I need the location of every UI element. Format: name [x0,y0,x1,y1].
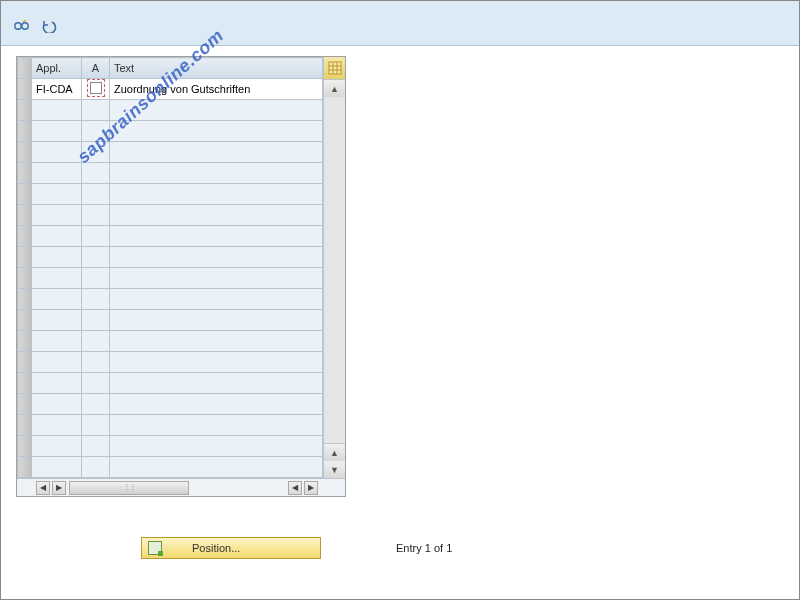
cell-text[interactable] [110,184,323,205]
hscroll-left-icon[interactable]: ◀ [36,481,50,495]
hscroll-left2-icon[interactable]: ◀ [288,481,302,495]
row-selector[interactable] [18,163,32,184]
cell-text[interactable] [110,310,323,331]
undo-icon[interactable] [40,19,64,31]
display-detail-icon[interactable] [13,19,40,31]
cell-appl[interactable] [32,457,82,478]
cell-text[interactable] [110,373,323,394]
row-selector[interactable] [18,205,32,226]
cell-a[interactable] [82,142,110,163]
scroll-up-icon[interactable]: ▲ [324,80,345,97]
cell-a[interactable] [82,415,110,436]
row-selector[interactable] [18,100,32,121]
cell-text[interactable] [110,142,323,163]
cell-appl[interactable] [32,352,82,373]
cell-text[interactable] [110,247,323,268]
cell-appl[interactable] [32,205,82,226]
cell-text[interactable] [110,205,323,226]
cell-text[interactable] [110,121,323,142]
cell-a[interactable] [82,310,110,331]
cell-a[interactable] [82,205,110,226]
cell-text[interactable] [110,415,323,436]
cell-appl[interactable] [32,268,82,289]
cell-text[interactable] [110,394,323,415]
cell-a[interactable] [82,184,110,205]
row-selector[interactable] [18,436,32,457]
cell-text[interactable] [110,163,323,184]
cell-appl[interactable] [32,331,82,352]
cell-text[interactable] [110,352,323,373]
cell-appl[interactable] [32,289,82,310]
row-selector[interactable] [18,310,32,331]
cell-text[interactable] [110,268,323,289]
row-selector[interactable] [18,331,32,352]
cell-a[interactable] [82,457,110,478]
cell-appl[interactable] [32,310,82,331]
row-selector[interactable] [18,79,32,100]
cell-text[interactable] [110,100,323,121]
cell-text[interactable] [110,331,323,352]
table-row[interactable]: FI-CDAZuordnung von Gutschriften [18,79,323,100]
cell-appl[interactable] [32,415,82,436]
cell-a[interactable] [82,331,110,352]
cell-a[interactable] [82,226,110,247]
horizontal-scrollbar: ◀ ▶ ◀ ▶ [17,478,345,496]
cell-a[interactable] [82,100,110,121]
cell-a[interactable] [82,436,110,457]
data-grid: Appl. A Text FI-CDAZuordnung von Gutschr… [16,56,346,497]
cell-a[interactable] [82,394,110,415]
table-row [18,289,323,310]
scroll-down-icon[interactable]: ▼ [324,461,345,478]
row-selector[interactable] [18,352,32,373]
row-selector[interactable] [18,373,32,394]
vertical-scrollbar[interactable] [324,97,345,444]
column-header-appl[interactable]: Appl. [32,58,82,79]
cell-appl[interactable] [32,163,82,184]
cell-appl[interactable] [32,184,82,205]
cell-a[interactable] [82,79,110,100]
hscroll-right-icon[interactable]: ▶ [52,481,66,495]
row-selector[interactable] [18,142,32,163]
row-selector[interactable] [18,268,32,289]
row-selector[interactable] [18,226,32,247]
cell-text[interactable] [110,457,323,478]
cell-a[interactable] [82,247,110,268]
row-selector[interactable] [18,289,32,310]
cell-a[interactable] [82,268,110,289]
row-selector[interactable] [18,121,32,142]
cell-appl[interactable] [32,142,82,163]
entry-counter: Entry 1 of 1 [396,542,452,554]
cell-text[interactable] [110,436,323,457]
cell-appl[interactable] [32,100,82,121]
table-settings-button[interactable] [324,57,345,80]
cell-a[interactable] [82,121,110,142]
checkbox-icon[interactable] [90,82,102,94]
svg-point-0 [15,23,21,29]
row-selector[interactable] [18,184,32,205]
cell-a[interactable] [82,373,110,394]
cell-appl[interactable] [32,121,82,142]
cell-a[interactable] [82,352,110,373]
cell-text[interactable] [110,226,323,247]
cell-text[interactable] [110,289,323,310]
cell-appl[interactable] [32,394,82,415]
column-header-text[interactable]: Text [110,58,323,79]
cell-appl[interactable]: FI-CDA [32,79,82,100]
cell-a[interactable] [82,163,110,184]
row-selector[interactable] [18,247,32,268]
row-selector[interactable] [18,394,32,415]
cell-appl[interactable] [32,247,82,268]
row-selector[interactable] [18,415,32,436]
cell-appl[interactable] [32,373,82,394]
hscroll-right2-icon[interactable]: ▶ [304,481,318,495]
position-button[interactable]: Position... [141,537,321,559]
cell-appl[interactable] [32,226,82,247]
row-selector-header[interactable] [18,58,32,79]
cell-text[interactable]: Zuordnung von Gutschriften [110,79,323,100]
hscroll-track[interactable] [69,481,189,495]
column-header-a[interactable]: A [82,58,110,79]
row-selector[interactable] [18,457,32,478]
scroll-up2-icon[interactable]: ▲ [324,444,345,461]
cell-appl[interactable] [32,436,82,457]
cell-a[interactable] [82,289,110,310]
